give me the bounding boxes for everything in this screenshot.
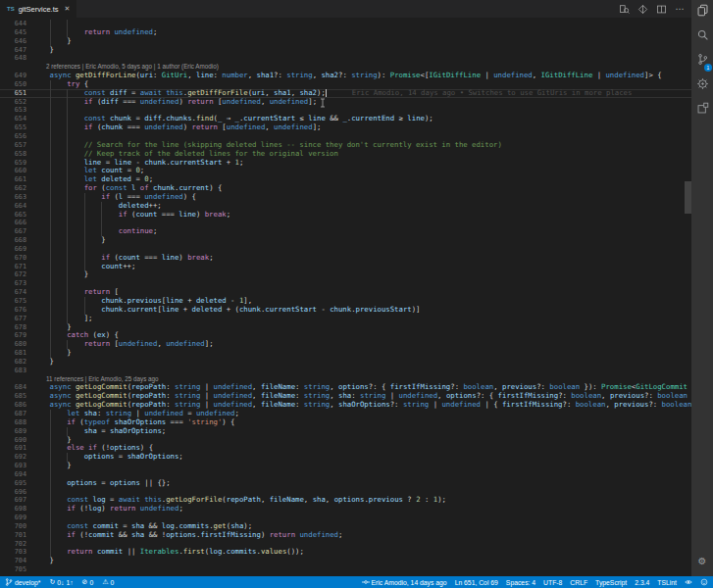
line-number[interactable]: 669 bbox=[0, 245, 32, 254]
line-number[interactable]: 685 bbox=[0, 392, 32, 401]
line-number[interactable]: 657 bbox=[0, 141, 32, 150]
line-number[interactable]: 653 bbox=[0, 106, 32, 115]
line-number[interactable]: 647 bbox=[0, 46, 32, 55]
code-editor[interactable]: 644645return undefined;646}647}6482 refe… bbox=[0, 18, 691, 576]
line-number[interactable]: 687 bbox=[0, 410, 32, 418]
line-number[interactable]: 701 bbox=[0, 531, 32, 540]
status-sync[interactable]: ↻0↓ 1↑ bbox=[49, 576, 73, 588]
activity-debug[interactable] bbox=[691, 74, 713, 98]
status-ln-651-col-69[interactable]: Ln 651, Col 69 bbox=[455, 579, 498, 586]
code-line[interactable]: 695options = options || {}; bbox=[0, 479, 691, 488]
codelens-label[interactable]: 11 references | Eric Amodio, 25 days ago bbox=[46, 375, 159, 382]
code-line[interactable]: 663if (l === undefined) { bbox=[0, 193, 691, 202]
line-number[interactable]: 698 bbox=[0, 505, 32, 514]
code-line[interactable]: 693} bbox=[0, 462, 691, 470]
line-number[interactable]: 703 bbox=[0, 548, 32, 557]
code-line[interactable]: 705 bbox=[0, 565, 691, 574]
line-number[interactable]: 646 bbox=[0, 37, 32, 46]
code-line[interactable]: 692options = shaOrOptions; bbox=[0, 453, 691, 462]
line-number[interactable]: 693 bbox=[0, 462, 32, 470]
line-number[interactable]: 704 bbox=[0, 557, 32, 565]
activity-extensions[interactable] bbox=[691, 98, 713, 122]
code-line[interactable]: 668} bbox=[0, 236, 691, 245]
status-spaces-4[interactable]: Spaces: 4 bbox=[506, 579, 535, 586]
code-line[interactable]: 672} bbox=[0, 270, 691, 279]
line-number[interactable]: 692 bbox=[0, 453, 32, 462]
line-number[interactable]: 645 bbox=[0, 28, 32, 37]
line-number[interactable]: 702 bbox=[0, 540, 32, 549]
line-number[interactable]: 671 bbox=[0, 263, 32, 271]
line-number[interactable]: 658 bbox=[0, 150, 32, 159]
line-number[interactable]: 683 bbox=[0, 367, 32, 375]
line-number[interactable]: 679 bbox=[0, 331, 32, 340]
line-number[interactable]: 689 bbox=[0, 427, 32, 436]
code-line[interactable]: 647} bbox=[0, 46, 691, 55]
status-branch[interactable]: develop* bbox=[5, 578, 40, 586]
open-changes-icon[interactable] bbox=[618, 3, 630, 15]
line-number[interactable]: 691 bbox=[0, 444, 32, 453]
codelens-label[interactable]: 2 references | Eric Amodio, 5 days ago |… bbox=[46, 63, 219, 70]
line-number[interactable]: 697 bbox=[0, 496, 32, 505]
code-line[interactable]: 701if (!commit && sha && !options.firstI… bbox=[0, 531, 691, 540]
more-actions-icon[interactable]: ⋯ bbox=[674, 3, 686, 15]
code-line[interactable]: 676chunk.current[line + deleted + (chunk… bbox=[0, 306, 691, 315]
status-error[interactable]: ⊘0 bbox=[82, 576, 94, 588]
status-typescript[interactable]: TypeScript bbox=[595, 579, 627, 586]
line-number[interactable]: 654 bbox=[0, 115, 32, 123]
code-line[interactable]: 655if (chunk === undefined) return [unde… bbox=[0, 123, 691, 132]
line-number[interactable]: 666 bbox=[0, 219, 32, 227]
line-number[interactable]: 644 bbox=[0, 20, 32, 28]
code-line[interactable]: 681} bbox=[0, 349, 691, 358]
code-line[interactable]: 703return commit || Iterables.first(log.… bbox=[0, 548, 691, 557]
line-number[interactable]: 674 bbox=[0, 288, 32, 297]
line-number[interactable]: 681 bbox=[0, 349, 32, 358]
line-number[interactable]: 663 bbox=[0, 193, 32, 202]
status-commit[interactable]: Eric Amodio, 14 days ago bbox=[362, 578, 447, 586]
code-line[interactable]: 680return [undefined, undefined]; bbox=[0, 340, 691, 349]
line-number[interactable]: 696 bbox=[0, 488, 32, 497]
code-line[interactable]: 682} bbox=[0, 358, 691, 367]
line-number[interactable]: 680 bbox=[0, 340, 32, 349]
line-number[interactable]: 659 bbox=[0, 159, 32, 168]
line-number[interactable]: 673 bbox=[0, 279, 32, 288]
line-number[interactable]: 700 bbox=[0, 522, 32, 531]
line-number[interactable]: 650 bbox=[0, 80, 32, 89]
line-number[interactable]: 670 bbox=[0, 254, 32, 263]
status-warning[interactable]: ⚠0 bbox=[102, 576, 114, 588]
line-number[interactable]: 648 bbox=[0, 54, 32, 63]
line-number[interactable]: 705 bbox=[0, 565, 32, 574]
activity-source-control[interactable]: 1 bbox=[691, 49, 713, 74]
gitlens-compare-icon[interactable] bbox=[637, 3, 648, 15]
code-line[interactable]: 671count++; bbox=[0, 263, 691, 271]
line-number[interactable]: 664 bbox=[0, 202, 32, 211]
status-eye[interactable] bbox=[685, 578, 692, 586]
line-number[interactable]: 682 bbox=[0, 358, 32, 367]
line-number[interactable]: 656 bbox=[0, 132, 32, 141]
code-line[interactable]: 648 bbox=[0, 54, 691, 63]
activity-search[interactable] bbox=[691, 24, 713, 49]
line-number[interactable]: 699 bbox=[0, 514, 32, 522]
line-number[interactable]: 649 bbox=[0, 72, 32, 80]
activity-explorer[interactable] bbox=[691, 0, 713, 24]
line-number[interactable]: 677 bbox=[0, 315, 32, 323]
line-number[interactable]: 655 bbox=[0, 123, 32, 132]
line-number[interactable]: 665 bbox=[0, 211, 32, 220]
line-number[interactable]: 667 bbox=[0, 227, 32, 236]
status-2-3-4[interactable]: 2.3.4 bbox=[635, 579, 649, 586]
status-utf-8[interactable]: UTF-8 bbox=[543, 579, 562, 586]
close-tab-icon[interactable]: ✕ bbox=[65, 5, 71, 13]
status-smiley[interactable] bbox=[700, 578, 708, 586]
line-number[interactable]: 661 bbox=[0, 175, 32, 184]
status-tslint[interactable]: TSLint bbox=[657, 579, 677, 586]
line-number[interactable]: 695 bbox=[0, 479, 32, 488]
code-line[interactable]: 689sha = shaOrOptions; bbox=[0, 427, 691, 436]
line-number[interactable]: 694 bbox=[0, 470, 32, 479]
line-number[interactable]: 668 bbox=[0, 236, 32, 245]
line-number[interactable]: 688 bbox=[0, 418, 32, 427]
code-line[interactable]: 646} bbox=[0, 37, 691, 46]
code-line[interactable]: 645return undefined; bbox=[0, 28, 691, 37]
line-number[interactable]: 660 bbox=[0, 167, 32, 175]
gear-icon[interactable]: ⚙ bbox=[691, 551, 713, 570]
code-line[interactable]: 666 bbox=[0, 219, 691, 227]
code-line[interactable]: 652if (diff === undefined) return [undef… bbox=[0, 98, 691, 107]
